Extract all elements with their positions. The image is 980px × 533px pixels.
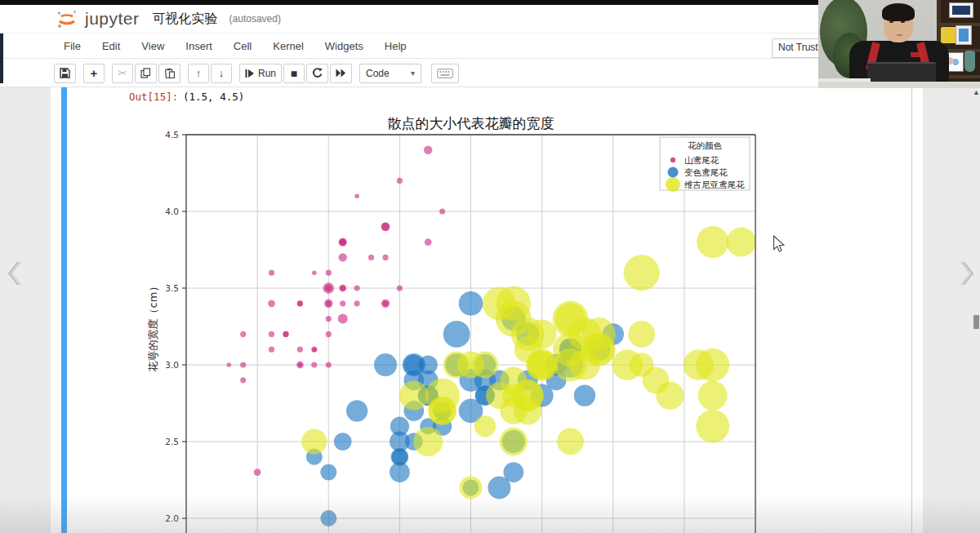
data-point [346, 400, 368, 421]
legend-marker [668, 167, 679, 178]
data-point [459, 291, 483, 316]
data-point [382, 255, 388, 260]
legend-entry-label: 维吉尼亚鸢尾花 [684, 180, 745, 189]
y-tick-label: 3.5 [165, 283, 179, 293]
legend-title: 花的颜色 [688, 140, 723, 150]
data-point [338, 314, 348, 324]
data-point [334, 433, 352, 451]
data-point [227, 362, 232, 367]
desk [818, 82, 980, 88]
legend-entry-label: 变色鸢尾花 [684, 167, 728, 177]
picture-frame [949, 2, 973, 18]
shelf-card [956, 25, 972, 45]
data-point [553, 301, 589, 337]
carousel-left-chevron-icon[interactable] [6, 260, 22, 287]
data-point [390, 417, 409, 436]
shelf-card-art [959, 29, 969, 42]
data-point [502, 384, 525, 407]
teal-vase [964, 51, 975, 72]
data-point [624, 255, 660, 291]
data-point [326, 270, 332, 276]
scrollbar-thumb[interactable] [973, 315, 979, 329]
data-point [323, 282, 335, 294]
data-point [397, 178, 403, 184]
data-point [301, 429, 327, 454]
data-point [503, 462, 523, 482]
background-window-edge [0, 33, 3, 83]
data-point [628, 321, 655, 348]
data-point [381, 223, 390, 231]
data-point [320, 510, 336, 526]
data-point [240, 377, 246, 383]
data-point [381, 300, 390, 308]
legend-marker [670, 158, 675, 162]
data-point [320, 464, 336, 481]
data-point [500, 428, 528, 455]
data-point [428, 397, 456, 424]
data-point [399, 381, 429, 411]
legend-marker [666, 177, 680, 192]
data-point [311, 362, 317, 367]
y-tick-label: 2.5 [165, 437, 179, 446]
data-point [283, 331, 288, 337]
data-point [397, 285, 403, 291]
data-point [424, 146, 432, 154]
data-point [354, 300, 360, 306]
presenter-eye [889, 21, 893, 23]
data-point [340, 300, 345, 306]
data-point [696, 410, 729, 443]
data-point [339, 285, 346, 292]
series-维吉尼亚鸢尾花 [301, 226, 755, 499]
picture-frame-art [952, 6, 970, 15]
hoodie-logo [911, 52, 924, 57]
webcam-overlay [818, 0, 980, 88]
data-point [326, 316, 332, 322]
data-point [311, 347, 317, 353]
y-tick-label: 3.0 [165, 360, 179, 370]
data-point [268, 300, 275, 307]
data-point [483, 286, 516, 320]
presenter-mouth [897, 34, 902, 36]
presenter-hair [882, 3, 915, 21]
data-point [269, 347, 274, 353]
presenter-eye [901, 21, 905, 23]
data-point [557, 429, 584, 455]
y-tick-label: 4.0 [165, 207, 179, 216]
y-tick-label: 2.0 [165, 513, 179, 523]
chart-title: 散点的大小代表花瓣的宽度 [388, 115, 555, 131]
y-axis-label: 花萼的宽度（cm） [147, 282, 159, 373]
carousel-right-chevron-icon[interactable] [960, 260, 976, 287]
data-point [443, 352, 470, 379]
data-point [460, 476, 483, 499]
data-point [269, 270, 274, 276]
data-point [374, 353, 397, 376]
scrollbar-up-arrow-icon[interactable]: ▲ [973, 88, 980, 96]
data-point [698, 381, 728, 411]
y-tick-label: 4.5 [165, 130, 179, 140]
data-point [326, 331, 332, 337]
data-point [326, 362, 332, 367]
data-point [297, 300, 303, 306]
data-point [574, 384, 595, 406]
data-point [354, 285, 360, 291]
data-point [439, 208, 445, 214]
data-point [340, 239, 345, 245]
data-point [368, 255, 374, 260]
data-point [354, 193, 359, 198]
data-point [269, 331, 274, 337]
data-point [413, 427, 443, 456]
legend-entry-label: 山鸢尾花 [684, 155, 719, 165]
data-point [474, 415, 496, 437]
mouse-cursor-icon [773, 235, 786, 253]
data-point [528, 350, 557, 380]
data-point [696, 349, 729, 382]
data-point [240, 362, 246, 367]
data-point [254, 469, 261, 476]
yellow-toy [941, 27, 957, 43]
data-point [554, 349, 587, 382]
data-point [296, 362, 304, 369]
data-point [324, 300, 332, 308]
data-point [443, 321, 470, 348]
data-point [630, 353, 654, 377]
data-point [697, 226, 728, 258]
